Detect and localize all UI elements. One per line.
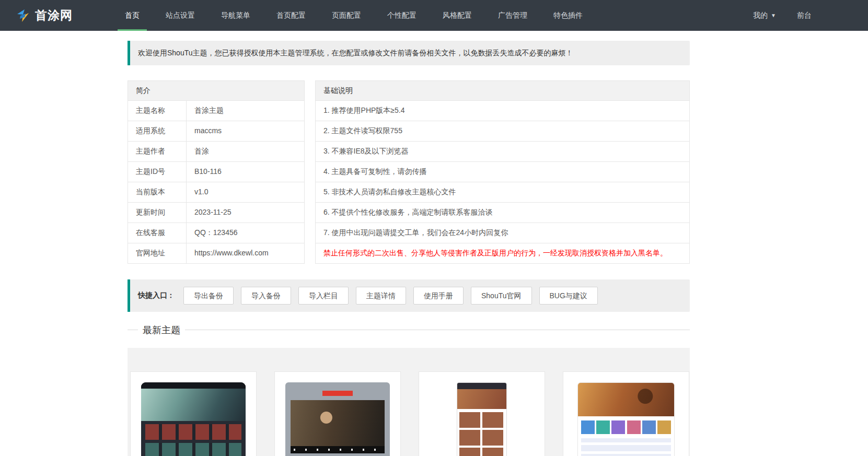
theme-thumbnail-video-player (285, 382, 390, 456)
latest-themes-heading: 最新主题 (128, 324, 690, 336)
intro-row-label: 主题ID号 (128, 162, 187, 182)
basics-item: 1. 推荐使用PHP版本≥5.4 (316, 101, 689, 121)
intro-row-value: 首涂 (187, 142, 304, 161)
theme-thumbnail-dark-movie (141, 382, 246, 456)
nav-item-page-config[interactable]: 页面配置 (319, 0, 374, 31)
my-account-label: 我的 (753, 11, 768, 20)
top-navbar: 首涂网 首页 站点设置 导航菜单 首页配置 页面配置 个性配置 风格配置 广告管… (0, 0, 868, 31)
table-row: 主题名称 首涂主题 (128, 101, 304, 121)
nav-item-home-config[interactable]: 首页配置 (263, 0, 319, 31)
theme-card-3[interactable] (419, 371, 545, 456)
theme-card-1[interactable] (130, 371, 257, 456)
basics-panel-title: 基础说明 (316, 81, 689, 101)
shoutu-official-site-button[interactable]: ShouTu官网 (471, 287, 532, 305)
nav-item-home[interactable]: 首页 (112, 0, 153, 31)
logo[interactable]: 首涂网 (0, 7, 112, 24)
basics-item: 6. 不提供个性化修改服务，高端定制请联系客服洽谈 (316, 202, 689, 223)
basics-item: 7. 使用中出现问题请提交工单，我们会在24小时内回复你 (316, 223, 689, 243)
table-row: 当前版本 v1.0 (128, 182, 304, 202)
intro-row-value: 2023-11-25 (187, 203, 304, 223)
intro-row-label: 当前版本 (128, 182, 187, 202)
intro-row-label: 在线客服 (128, 223, 187, 243)
nav-item-site-settings[interactable]: 站点设置 (153, 0, 208, 31)
info-panels: 简介 主题名称 首涂主题 适用系统 maccms 主题作者 首涂 主题ID号 B… (128, 80, 690, 264)
latest-themes-title-text: 最新主题 (143, 324, 180, 336)
nav-item-personal-config[interactable]: 个性配置 (374, 0, 430, 31)
logo-icon (16, 8, 30, 23)
basics-item: 2. 主题文件读写权限755 (316, 121, 689, 141)
player-controls-bar (291, 446, 385, 453)
theme-card-4[interactable] (563, 371, 689, 456)
intro-row-value: maccms (187, 121, 304, 141)
table-row: 主题作者 首涂 (128, 141, 304, 161)
piracy-warning-text: 禁止任何形式的二次出售、分享他人等侵害作者及正版用户的行为，一经发现取消授权资格… (316, 243, 689, 263)
my-account-menu[interactable]: 我的 ▼ (753, 11, 776, 20)
main-nav: 首页 站点设置 导航菜单 首页配置 页面配置 个性配置 风格配置 广告管理 特色… (112, 0, 596, 31)
intro-row-label: 主题名称 (128, 101, 187, 121)
bug-suggestion-button[interactable]: BUG与建议 (539, 287, 598, 305)
nav-item-nav-menu[interactable]: 导航菜单 (208, 0, 263, 31)
import-categories-button[interactable]: 导入栏目 (298, 287, 349, 305)
import-backup-button[interactable]: 导入备份 (241, 287, 291, 305)
nav-item-ad-management[interactable]: 广告管理 (485, 0, 540, 31)
intro-row-value: B10-116 (187, 162, 304, 182)
table-row: 主题ID号 B10-116 (128, 161, 304, 182)
table-row: 适用系统 maccms (128, 121, 304, 141)
chevron-down-icon: ▼ (771, 13, 776, 18)
nav-item-style-config[interactable]: 风格配置 (430, 0, 485, 31)
intro-row-value: v1.0 (187, 182, 304, 202)
front-site-link[interactable]: 前台 (797, 11, 812, 20)
intro-row-value: QQ：123456 (187, 223, 304, 243)
user-manual-button[interactable]: 使用手册 (413, 287, 464, 305)
nav-item-featured-plugins[interactable]: 特色插件 (540, 0, 596, 31)
intro-panel-title: 简介 (128, 81, 304, 101)
table-row: 官网地址 https://www.dkewl.com (128, 243, 304, 263)
basics-item: 5. 非技术人员请勿私自修改主题核心文件 (316, 182, 689, 202)
player-badge (322, 391, 353, 396)
logo-text: 首涂网 (35, 7, 73, 24)
theme-details-button[interactable]: 主题详情 (356, 287, 406, 305)
export-backup-button[interactable]: 导出备份 (183, 287, 234, 305)
navbar-right: 我的 ▼ 前台 (753, 11, 868, 20)
basics-item: 4. 主题具备可复制性，请勿传播 (316, 161, 689, 182)
main-content: 欢迎使用ShouTu主题，您已获得授权使用本主题管理系统，在您配置或修改文件前请… (128, 41, 690, 456)
table-row: 更新时间 2023-11-25 (128, 202, 304, 223)
theme-thumbnail-mobile-app (457, 382, 507, 456)
intro-row-label: 主题作者 (128, 142, 187, 161)
welcome-notice: 欢迎使用ShouTu主题，您已获得授权使用本主题管理系统，在您配置或修改文件前请… (128, 41, 690, 65)
latest-themes-panel (128, 348, 690, 456)
theme-card-2[interactable] (274, 371, 401, 456)
intro-row-value: 首涂主题 (187, 101, 304, 121)
theme-thumbnail-game-site (577, 382, 675, 456)
basics-panel: 基础说明 1. 推荐使用PHP版本≥5.4 2. 主题文件读写权限755 3. … (315, 80, 690, 264)
quick-entry-label: 快捷入口： (138, 291, 175, 300)
quick-entry-bar: 快捷入口： 导出备份 导入备份 导入栏目 主题详情 使用手册 ShouTu官网 … (128, 279, 690, 312)
table-row: 在线客服 QQ：123456 (128, 223, 304, 243)
intro-row-label: 官网地址 (128, 243, 187, 263)
intro-row-value: https://www.dkewl.com (187, 243, 304, 263)
basics-item: 3. 不兼容IE8及以下浏览器 (316, 141, 689, 161)
intro-row-label: 适用系统 (128, 121, 187, 141)
intro-panel: 简介 主题名称 首涂主题 适用系统 maccms 主题作者 首涂 主题ID号 B… (128, 80, 305, 264)
intro-row-label: 更新时间 (128, 203, 187, 223)
